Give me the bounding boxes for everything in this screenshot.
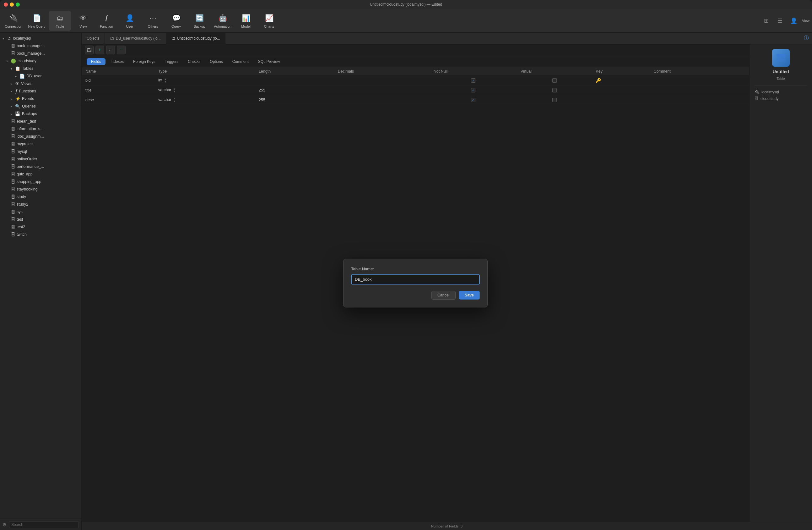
info-server-label: localmysql xyxy=(762,90,779,94)
db-icon: 🗄 xyxy=(11,141,15,147)
sidebar-item-myproject[interactable]: 🗄 myproject xyxy=(0,140,81,148)
svg-rect-4 xyxy=(777,54,785,57)
sidebar-item-dbuser[interactable]: ▸ 📄 DB_user xyxy=(0,72,81,80)
db-icon: 🗄 xyxy=(11,187,15,192)
sidebar-item-root[interactable]: ▾ 🖥 localmysql xyxy=(0,34,81,42)
sidebar-item-mysql[interactable]: 🗄 mysql xyxy=(0,148,81,155)
events-icon: ⚡ xyxy=(15,96,20,101)
sidebar-item-backups[interactable]: ▸ 💾 Backups xyxy=(0,110,81,117)
toolbar-view-right-label: View xyxy=(802,19,810,23)
db-info-icon: 🗄 xyxy=(755,96,759,101)
sidebar-item-events[interactable]: ▸ ⚡ Events xyxy=(0,95,81,102)
root-label: localmysql xyxy=(13,36,31,41)
toolbar-function[interactable]: ƒ Function xyxy=(96,11,117,31)
info-row-db: 🗄 cloudstudy xyxy=(755,96,807,101)
toolbar-function-label: Function xyxy=(100,25,113,28)
mysql-label: mysql xyxy=(17,149,27,154)
book1-label: book_manage... xyxy=(17,44,45,48)
db-green-icon: 🟢 xyxy=(11,58,16,64)
save-button[interactable]: Save xyxy=(459,291,480,299)
sidebar-item-information[interactable]: 🗄 information_s... xyxy=(0,125,81,132)
dialog-overlay: Table Name: Cancel Save xyxy=(82,44,749,522)
study2-label: study2 xyxy=(17,202,28,207)
table-name-input[interactable] xyxy=(351,275,480,284)
db-icon: 🗄 xyxy=(11,51,15,56)
db-icon: 🗄 xyxy=(11,217,15,222)
tab-dbuser[interactable]: 🗂 DB_user@cloudstudy (lo... xyxy=(105,33,166,44)
test2-label: test2 xyxy=(17,225,25,229)
status-text: Number of Fields: 3 xyxy=(431,524,463,528)
toolbar-charts[interactable]: 📈 Charts xyxy=(258,11,280,31)
tab-objects[interactable]: Objects xyxy=(82,33,105,44)
view-icon-2[interactable]: ☰ xyxy=(774,15,786,26)
info-db-label: cloudstudy xyxy=(760,97,779,101)
toolbar-table[interactable]: 🗂 Table xyxy=(49,11,71,31)
functions-label: Functions xyxy=(19,89,36,93)
search-input[interactable] xyxy=(9,521,79,528)
sidebar: ▾ 🖥 localmysql 🗄 book_manage... 🗄 book_m… xyxy=(0,33,82,530)
backups-label: Backups xyxy=(22,112,37,116)
minimize-button[interactable] xyxy=(10,2,14,6)
cloudstudy-label: cloudstudy xyxy=(18,59,37,63)
sidebar-item-twitch[interactable]: 🗄 twitch xyxy=(0,231,81,238)
sidebar-item-tables[interactable]: ▾ 📋 Tables xyxy=(0,65,81,72)
sidebar-item-jdbc[interactable]: 🗄 jdbc_assignm... xyxy=(0,132,81,140)
sidebar-item-functions[interactable]: ▸ ƒ Functions xyxy=(0,87,81,95)
db-icon: 🗄 xyxy=(11,209,15,214)
sidebar-item-test2[interactable]: 🗄 test2 xyxy=(0,223,81,231)
chevron-right-icon: ▸ xyxy=(11,112,15,116)
db-icon: 🗄 xyxy=(11,224,15,229)
toolbar-automation[interactable]: 🤖 Automation xyxy=(212,11,234,31)
backups-icon: 💾 xyxy=(15,111,20,116)
sidebar-item-cloudstudy[interactable]: ▾ 🟢 cloudstudy xyxy=(0,57,81,65)
tab-untitled[interactable]: 🗂 Untitled@cloudstudy (lo... xyxy=(166,33,226,44)
chevron-down-icon: ▾ xyxy=(11,67,15,70)
close-button[interactable] xyxy=(4,2,8,6)
toolbar-backup[interactable]: 🔄 Backup xyxy=(188,11,211,31)
functions-icon: ƒ xyxy=(15,89,18,94)
toolbar-others[interactable]: ⋯ Others xyxy=(142,11,164,31)
toolbar-automation-label: Automation xyxy=(214,25,231,28)
views-icon: 👁 xyxy=(15,81,19,86)
sidebar-item-sys[interactable]: 🗄 sys xyxy=(0,208,81,215)
view-icon-1[interactable]: ⊞ xyxy=(760,15,772,26)
toolbar-user-avatar[interactable]: 👤 xyxy=(788,15,799,26)
sidebar-item-study2[interactable]: 🗄 study2 xyxy=(0,200,81,208)
sidebar-item-onlineorder[interactable]: 🗄 onlineOrder xyxy=(0,155,81,163)
cancel-button[interactable]: Cancel xyxy=(432,291,455,299)
sys-label: sys xyxy=(17,210,23,214)
server-info-icon: 🔌 xyxy=(755,89,759,94)
sidebar-item-views[interactable]: ▸ 👁 Views xyxy=(0,80,81,87)
sidebar-item-quizapp[interactable]: 🗄 quiz_app xyxy=(0,170,81,178)
study-label: study xyxy=(17,195,26,199)
tab-dbuser-icon: 🗂 xyxy=(110,36,114,41)
toolbar-table-label: Table xyxy=(56,25,64,28)
window-chrome: Untitled@cloudstudy (localmysql) — Edite… xyxy=(0,0,812,9)
db-icon: 🗄 xyxy=(11,164,15,169)
sidebar-item-test[interactable]: 🗄 test xyxy=(0,215,81,223)
chevron-down-icon: ▾ xyxy=(6,59,11,63)
main-layout: ▾ 🖥 localmysql 🗄 book_manage... 🗄 book_m… xyxy=(0,33,812,530)
sidebar-item-book2[interactable]: 🗄 book_manage... xyxy=(0,50,81,57)
sidebar-item-staybooking[interactable]: 🗄 staybooking xyxy=(0,185,81,193)
toolbar-connection[interactable]: 🔌 Connection xyxy=(2,11,25,31)
info-button[interactable]: ⓘ xyxy=(801,33,812,44)
preview-type: Table xyxy=(777,77,785,81)
toolbar-new-query[interactable]: 📄 New Query xyxy=(26,11,48,31)
toolbar-model[interactable]: 📊 Model xyxy=(235,11,257,31)
sidebar-item-ebean[interactable]: 🗄 ebean_test xyxy=(0,117,81,125)
sidebar-item-book1[interactable]: 🗄 book_manage... xyxy=(0,42,81,50)
settings-icon[interactable]: ⚙ xyxy=(2,522,6,527)
maximize-button[interactable] xyxy=(16,2,20,6)
dialog-label: Table Name: xyxy=(351,267,480,271)
sidebar-item-shoppingapp[interactable]: 🗄 shopping_app xyxy=(0,178,81,185)
toolbar-view[interactable]: 👁 View xyxy=(72,11,94,31)
toolbar-query[interactable]: 💬 Query xyxy=(165,11,187,31)
tab-dbuser-label: DB_user@cloudstudy (lo... xyxy=(116,36,161,41)
dialog-buttons: Cancel Save xyxy=(351,291,480,299)
toolbar-user[interactable]: 👤 User xyxy=(119,11,141,31)
sidebar-item-queries[interactable]: ▸ 🔍 Queries xyxy=(0,102,81,110)
status-bar: Number of Fields: 3 xyxy=(82,522,812,530)
sidebar-item-performance[interactable]: 🗄 performance_... xyxy=(0,163,81,170)
sidebar-item-study[interactable]: 🗄 study xyxy=(0,193,81,200)
